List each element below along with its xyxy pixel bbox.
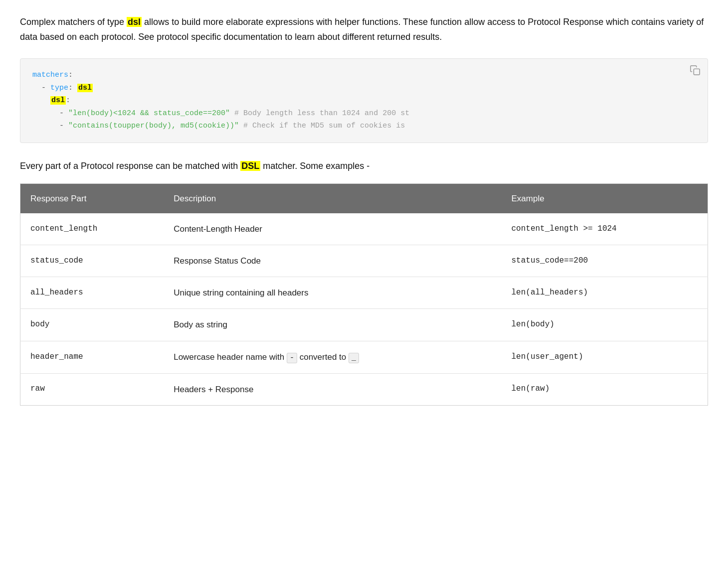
cell-response-part-3: body: [20, 309, 164, 341]
desc-middle: converted to: [297, 352, 349, 362]
cell-description-2: Unique string containing all headers: [164, 277, 501, 309]
code-line-3: dsl:: [32, 94, 696, 107]
section-text-after: matcher. Some examples -: [260, 161, 369, 171]
cell-response-part-0: content_length: [20, 213, 164, 245]
desc-before-code: Lowercase header name with: [174, 352, 287, 362]
cell-example-2: len(all_headers): [501, 277, 708, 309]
code-line-4: - "len(body)<1024 && status_code==200" #…: [32, 107, 696, 120]
desc-inline-code-1: -: [287, 353, 297, 363]
code-dsl-value: dsl: [77, 84, 93, 92]
cell-description-4: Lowercase header name with - converted t…: [164, 341, 501, 373]
cell-example-0: content_length >= 1024: [501, 213, 708, 245]
table-header-row: Response Part Description Example: [20, 183, 708, 213]
cell-example-4: len(user_agent): [501, 341, 708, 373]
cell-description-0: Content-Length Header: [164, 213, 501, 245]
copy-icon[interactable]: [690, 65, 701, 76]
intro-paragraph: Complex matchers of type dsl allows to b…: [20, 15, 708, 44]
col-header-description: Description: [164, 183, 501, 213]
code-dsl-key: dsl: [50, 96, 66, 105]
code-line-2: - type: dsl: [32, 82, 696, 95]
intro-text-before-dsl: Complex matchers of type: [20, 17, 127, 27]
col-header-example: Example: [501, 183, 708, 213]
table-row: body Body as string len(body): [20, 309, 708, 341]
cell-example-5: len(raw): [501, 373, 708, 405]
col-header-response-part: Response Part: [20, 183, 164, 213]
cell-response-part-2: all_headers: [20, 277, 164, 309]
svg-rect-0: [694, 69, 700, 75]
code-comment-2: # Check if the MD5 sum of cookies is: [239, 122, 405, 130]
code-comment-1: # Body length less than 1024 and 200 st: [230, 109, 409, 118]
code-string-1: "len(body)<1024 && status_code==200": [68, 109, 230, 118]
cell-response-part-5: raw: [20, 373, 164, 405]
response-parts-table: Response Part Description Example conten…: [20, 183, 708, 406]
code-matchers-key: matchers: [32, 71, 68, 79]
cell-example-1: status_code==200: [501, 245, 708, 277]
code-string-2: "contains(toupper(body), md5(cookie))": [68, 122, 239, 130]
table-row: content_length Content-Length Header con…: [20, 213, 708, 245]
cell-description-1: Response Status Code: [164, 245, 501, 277]
section-paragraph: Every part of a Protocol response can be…: [20, 159, 708, 173]
desc-inline-code-2: _: [349, 353, 359, 363]
cell-description-5: Headers + Response: [164, 373, 501, 405]
intro-dsl-highlight: dsl: [127, 17, 142, 27]
section-dsl-highlight: DSL: [240, 161, 260, 171]
cell-description-3: Body as string: [164, 309, 501, 341]
code-line-5: - "contains(toupper(body), md5(cookie))"…: [32, 120, 696, 133]
table-row: status_code Response Status Code status_…: [20, 245, 708, 277]
cell-response-part-1: status_code: [20, 245, 164, 277]
table-row: raw Headers + Response len(raw): [20, 373, 708, 405]
table-row: all_headers Unique string containing all…: [20, 277, 708, 309]
code-type-key: type: [50, 84, 68, 92]
cell-example-3: len(body): [501, 309, 708, 341]
code-block: matchers: - type: dsl dsl: - "len(body)<…: [20, 58, 708, 143]
cell-response-part-4: header_name: [20, 341, 164, 373]
table-row: header_name Lowercase header name with -…: [20, 341, 708, 373]
code-line-1: matchers:: [32, 69, 696, 82]
section-text-before: Every part of a Protocol response can be…: [20, 161, 240, 171]
